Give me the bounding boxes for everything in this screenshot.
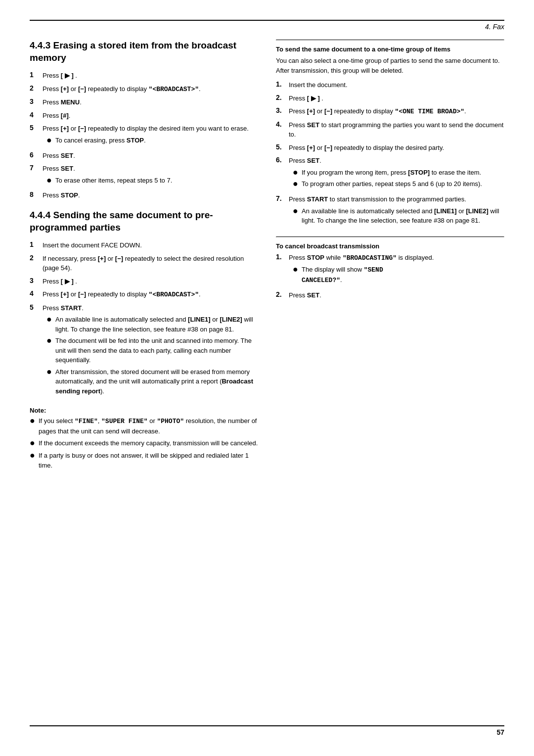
page: 4. Fax 4.4.3 Erasing a stored item from … [0, 0, 534, 756]
step-4: 4 Press [#]. [30, 111, 258, 121]
section-4-4-4-steps: 1 Insert the document FACE DOWN. 2 If ne… [30, 240, 258, 398]
step-4-num: 4 [30, 111, 41, 119]
step-7-content: Press SET. ● To erase other items, repea… [43, 164, 258, 187]
cancel-step-2: 2. Press SET. [276, 290, 504, 300]
s2-step-5-bullet-1: ● An available line is automatically sel… [46, 315, 258, 334]
step-5-content: Press [+] or [−] repeatedly to display t… [43, 124, 258, 147]
note-bullet-2: ● If the document exceeds the memory cap… [30, 438, 258, 448]
note-bullet-1-text: If you select "FINE", "SUPER FINE" or "P… [39, 416, 258, 436]
s2-step-5-bullet-3-text: After transmission, the stored document … [55, 367, 258, 396]
section-4-4-3-title: 4.4.3 Erasing a stored item from the bro… [30, 40, 258, 64]
note-bullets: ● If you select "FINE", "SUPER FINE" or … [30, 416, 258, 470]
ot-step-6-content: Press SET. ● If you program the wrong it… [289, 156, 504, 191]
ot-step-3-content: Press [+] or [−] repeatedly to display "… [289, 106, 504, 117]
footer-rule [30, 725, 504, 726]
ot-step-7: 7. Press START to start transmission to … [276, 194, 504, 228]
step-5: 5 Press [+] or [−] repeatedly to display… [30, 124, 258, 147]
one-time-intro: You can also select a one-time group of … [276, 56, 504, 75]
step-7-num: 7 [30, 164, 41, 172]
ot-step-7-bullet-1-text: An available line is automatically selec… [302, 206, 504, 226]
bullet-dot: ● [293, 168, 301, 178]
s2-step-3-num: 3 [30, 277, 41, 284]
step-7-bullet-1: ● To erase other items, repeat steps 5 t… [46, 176, 258, 186]
step-1: 1 Press [ ▶ ] . [30, 71, 258, 81]
ot-step-1: 1. Insert the document. [276, 80, 504, 90]
ot-step-5: 5. Press [+] or [−] repeatedly to displa… [276, 143, 504, 153]
s2-step-2: 2 If necessary, press [+] or [−] repeate… [30, 254, 258, 273]
chapter-title: 4. Fax [485, 23, 504, 31]
cancel-step-1: 1. Press STOP while "BROADCASTING" is di… [276, 253, 504, 287]
two-column-layout: 4.4.3 Erasing a stored item from the bro… [30, 40, 504, 472]
ot-step-2-num: 2. [276, 94, 287, 101]
s2-step-3: 3 Press [ ▶ ] . [30, 277, 258, 286]
section-4-4-4-title: 4.4.4 Sending the same document to pre-p… [30, 209, 258, 234]
step-8-num: 8 [30, 190, 41, 198]
page-number: 57 [496, 728, 504, 736]
cancel-step-2-num: 2. [276, 290, 287, 298]
bullet-dot: ● [293, 206, 301, 216]
ot-step-5-content: Press [+] or [−] repeatedly to display t… [289, 143, 504, 153]
s2-step-5-bullets: ● An available line is automatically sel… [46, 315, 258, 396]
ot-step-4-num: 4. [276, 120, 287, 128]
step-5-bullet-1: ● To cancel erasing, press STOP. [46, 136, 258, 145]
cancel-broadcast-subsection: To cancel broadcast transmission 1. Pres… [276, 236, 504, 300]
s2-step-5-bullet-3: ● After transmission, the stored documen… [46, 367, 258, 396]
s2-step-2-content: If necessary, press [+] or [−] repeatedl… [43, 254, 258, 273]
section-4-4-3-steps: 1 Press [ ▶ ] . 2 Press [+] or [−] repea… [30, 71, 258, 200]
note-bullet-1: ● If you select "FINE", "SUPER FINE" or … [30, 416, 258, 436]
cancel-steps: 1. Press STOP while "BROADCASTING" is di… [276, 253, 504, 300]
step-1-symbol: [ ▶ ] [61, 72, 74, 79]
bullet-dot: ● [30, 451, 38, 461]
ot-step-6-bullet-2: ● To program other parties, repeat steps… [293, 179, 504, 189]
bullet-dot: ● [46, 336, 54, 346]
step-3: 3 Press MENU. [30, 97, 258, 107]
note-bullet-3-text: If a party is busy or does not answer, i… [39, 451, 258, 470]
right-column: To send the same document to a one-time … [276, 40, 504, 472]
ot-step-7-bullet-1: ● An available line is automatically sel… [293, 206, 504, 226]
step-3-content: Press MENU. [43, 97, 258, 107]
s2-step-5-content: Press START. ● An available line is auto… [43, 303, 258, 398]
step-7-bullet-1-text: To erase other items, repeat steps 5 to … [55, 176, 172, 186]
s2-step-4: 4 Press [+] or [−] repeatedly to display… [30, 289, 258, 300]
step-4-content: Press [#]. [43, 111, 258, 121]
bullet-dot: ● [46, 176, 54, 186]
ot-step-5-num: 5. [276, 143, 287, 151]
step-5-bullet-1-text: To cancel erasing, press STOP. [55, 136, 146, 145]
ot-step-4: 4. Press SET to start programming the pa… [276, 120, 504, 140]
cancel-step-1-bullet-1: ● The display will show "SENDCANCELED?". [293, 265, 504, 285]
ot-step-1-content: Insert the document. [289, 80, 504, 90]
bullet-dot: ● [46, 136, 54, 145]
note-bullet-3: ● If a party is busy or does not answer,… [30, 451, 258, 470]
s2-step-5-bullet-2-text: The document will be fed into the unit a… [55, 336, 258, 365]
ot-step-6-bullet-1-text: If you program the wrong item, press [ST… [302, 168, 481, 178]
step-5-bullets: ● To cancel erasing, press STOP. [46, 136, 258, 145]
bullet-dot: ● [30, 438, 38, 448]
chapter-header: 4. Fax [30, 23, 504, 31]
step-6: 6 Press SET. [30, 151, 258, 161]
left-column: 4.4.3 Erasing a stored item from the bro… [30, 40, 258, 472]
ot-step-7-content: Press START to start transmission to the… [289, 194, 504, 228]
bullet-dot: ● [30, 416, 38, 426]
cancel-step-1-content: Press STOP while "BROADCASTING" is displ… [289, 253, 504, 287]
ot-step-6-bullet-1: ● If you program the wrong item, press [… [293, 168, 504, 178]
s2-step-4-content: Press [+] or [−] repeatedly to display "… [43, 289, 258, 300]
s2-step-1-num: 1 [30, 240, 41, 248]
s2-step-5: 5 Press START. ● An available line is au… [30, 303, 258, 398]
bullet-dot: ● [46, 367, 54, 377]
note-label: Note: [30, 407, 46, 414]
one-time-title: To send the same document to a one-time … [276, 46, 504, 53]
one-time-steps: 1. Insert the document. 2. Press [ ▶ ] .… [276, 80, 504, 228]
s2-step-2-num: 2 [30, 254, 41, 262]
one-time-subsection: To send the same document to a one-time … [276, 40, 504, 228]
s2-step-5-bullet-1-text: An available line is automatically selec… [55, 315, 258, 334]
bullet-dot: ● [293, 179, 301, 189]
s2-step-5-num: 5 [30, 303, 41, 311]
subsection-rule-cancel [276, 236, 504, 237]
s2-step-4-num: 4 [30, 289, 41, 297]
step-2: 2 Press [+] or [−] repeatedly to display… [30, 84, 258, 94]
bullet-dot: ● [293, 265, 301, 275]
step-6-num: 6 [30, 151, 41, 159]
top-rule [30, 20, 504, 21]
cancel-step-1-bullets: ● The display will show "SENDCANCELED?". [293, 265, 504, 285]
step-1-content: Press [ ▶ ] . [43, 71, 258, 81]
